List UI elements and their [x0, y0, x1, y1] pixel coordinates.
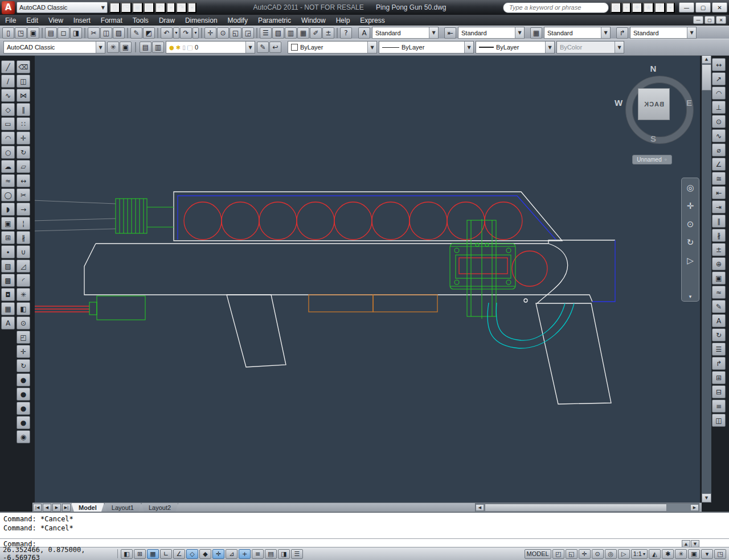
undo-icon[interactable]: ↶	[161, 27, 173, 39]
horizontal-scrollbar[interactable]: ◀ ▶	[475, 503, 699, 512]
layer-properties-icon[interactable]: ▤	[140, 42, 151, 53]
last-tab-button[interactable]: ▶|	[62, 504, 71, 512]
drawing-canvas[interactable]: N W E S BACK Unnamed ◦ ◎✛⊙↻▷ ▾	[32, 55, 702, 503]
ping-pong-ball[interactable]	[259, 202, 297, 240]
plot-icon[interactable]: ▤	[45, 27, 57, 39]
visual-style-hidden-icon[interactable]: ●	[17, 388, 30, 401]
rotate-tool[interactable]: ↻	[17, 146, 30, 159]
toggle-3dosnap[interactable]: ◆	[199, 549, 211, 559]
extend-tool[interactable]: →	[17, 203, 30, 216]
save-icon[interactable]: ▣	[27, 27, 39, 39]
scroll-up-icon[interactable]: ▲	[702, 55, 711, 64]
multiline-text-tool[interactable]: A	[1, 316, 15, 330]
front-grip-outline[interactable]	[227, 295, 286, 367]
open-icon[interactable]: ◳	[15, 27, 27, 39]
zoom-icon[interactable]: ⊙	[592, 549, 604, 559]
menu-file[interactable]: File	[0, 15, 21, 26]
block-editor-icon[interactable]: ◩	[143, 27, 155, 39]
doc-restore-button[interactable]: ▢	[705, 16, 715, 24]
toggle-ducs[interactable]: ⊿	[226, 549, 237, 559]
menu-tools[interactable]: Tools	[128, 15, 154, 26]
command-window[interactable]: Command: *Cancel*Command: *Cancel* Comma…	[0, 512, 729, 549]
favorites-icon[interactable]: ★	[643, 2, 654, 13]
doc-minimize-button[interactable]: —	[693, 16, 703, 24]
help-dropdown[interactable]: ▾	[666, 2, 675, 13]
paste-icon[interactable]: ▨	[113, 27, 125, 39]
rectangle-tool[interactable]: ▭	[1, 117, 15, 130]
jogged-linear-tool[interactable]: ≈	[712, 286, 726, 299]
color-combo[interactable]: ByLayer ▼	[288, 41, 377, 53]
ellipse-arc-tool[interactable]: ◗	[1, 203, 15, 216]
tool-palettes-icon[interactable]: ▥	[285, 27, 297, 39]
inspection-tool[interactable]: ▣	[712, 271, 726, 285]
chevron-down-icon[interactable]: ▼	[687, 27, 696, 38]
revision-cloud-tool[interactable]: ☁	[1, 160, 15, 173]
showmotion-icon[interactable]: ▷	[618, 549, 630, 559]
trim-tool[interactable]: ✂	[17, 188, 30, 201]
ping-pong-ball[interactable]	[334, 202, 372, 240]
tab-layout2[interactable]: Layout2	[141, 503, 178, 512]
tab-layout1[interactable]: Layout1	[104, 503, 141, 512]
toggle-ortho[interactable]: ∟	[160, 549, 172, 559]
ping-pong-ball[interactable]	[297, 202, 334, 240]
redo-icon[interactable]: ↷	[176, 2, 187, 13]
redo-dropdown[interactable]: ▾	[193, 27, 199, 39]
pan-icon[interactable]: ✛	[683, 199, 697, 213]
command-history[interactable]: Command: *Cancel*Command: *Cancel*	[0, 513, 729, 538]
annotation-scale-combo[interactable]: 1:1 ▾	[631, 549, 648, 559]
style-icon[interactable]: ▦	[530, 27, 542, 39]
zoom-window-icon[interactable]: ◱	[230, 27, 241, 39]
ping-pong-ball[interactable]	[184, 202, 222, 240]
tolerance-tool[interactable]: ±	[712, 243, 726, 256]
toggle-lwt[interactable]: ≡	[252, 549, 264, 559]
workspace-settings-icon[interactable]: ✳	[107, 42, 119, 53]
zoom-icon[interactable]: ⊙	[683, 217, 697, 232]
ordinate-tool[interactable]: ⊥	[712, 101, 726, 114]
plot-icon[interactable]: ▤	[144, 2, 154, 13]
construction-line[interactable]	[32, 200, 116, 231]
chamber-ball[interactable]	[512, 251, 547, 286]
workspaces-combo[interactable]: AutoCAD Classic ▼	[3, 41, 105, 53]
open-icon[interactable]: ◳	[121, 2, 132, 13]
battery-box[interactable]	[97, 296, 145, 320]
rail-segment[interactable]	[309, 295, 373, 312]
multileader-collect-tool[interactable]: ◫	[712, 414, 726, 427]
scale-tool[interactable]: ▱	[17, 160, 30, 173]
properties-icon[interactable]: ☰	[260, 27, 272, 39]
multileader-add-tool[interactable]: ⊞	[712, 371, 726, 384]
pan-icon[interactable]: ✛	[204, 27, 216, 39]
ping-pong-ball[interactable]	[222, 202, 259, 240]
designcenter-icon[interactable]: ▧	[272, 27, 284, 39]
dimension-style-tool[interactable]: ☰	[712, 343, 726, 356]
toggle-grid[interactable]: ▦	[147, 549, 159, 559]
viewcube-north[interactable]: N	[613, 64, 693, 73]
toggle-otrack[interactable]: ✛	[212, 549, 224, 559]
mirror-tool[interactable]: ⋈	[17, 89, 30, 102]
horizontal-scroll-thumb[interactable]	[485, 504, 667, 512]
help-icon[interactable]: ?	[654, 2, 665, 13]
showmotion-icon[interactable]: ▷	[683, 253, 697, 268]
close-button[interactable]: ✕	[712, 2, 727, 13]
motor-core[interactable]	[459, 258, 507, 274]
multileader-tool[interactable]: ↱	[712, 357, 726, 370]
muzzle-connector[interactable]	[147, 207, 174, 227]
motor-housing[interactable]	[456, 255, 511, 278]
ping-pong-ball[interactable]	[372, 202, 409, 240]
annotation-visibility-icon[interactable]: ◭	[649, 549, 661, 559]
move-tool[interactable]: ✛	[17, 131, 30, 145]
menu-express[interactable]: Express	[355, 15, 390, 26]
mount-bolt[interactable]	[506, 280, 511, 285]
clean-screen-icon[interactable]: ◳	[714, 549, 726, 559]
explode-tool[interactable]: ✳	[17, 288, 30, 301]
chevron-down-icon[interactable]: ▼	[545, 42, 554, 53]
save-icon[interactable]: ▣	[132, 2, 143, 13]
rear-grip-outline[interactable]	[536, 303, 611, 404]
toolbar-lock-icon[interactable]: ▣	[688, 549, 700, 559]
linear-dimension-tool[interactable]: ↔	[712, 58, 726, 71]
array-tool[interactable]: ∷	[17, 117, 30, 130]
dimension-update-tool[interactable]: ↻	[712, 328, 726, 341]
multileader-align-tool[interactable]: ≡	[712, 400, 726, 413]
communication-center-icon[interactable]: ✦	[632, 2, 642, 13]
erase-tool[interactable]: ⌫	[17, 60, 30, 73]
cut-icon[interactable]: ✂	[88, 27, 100, 39]
